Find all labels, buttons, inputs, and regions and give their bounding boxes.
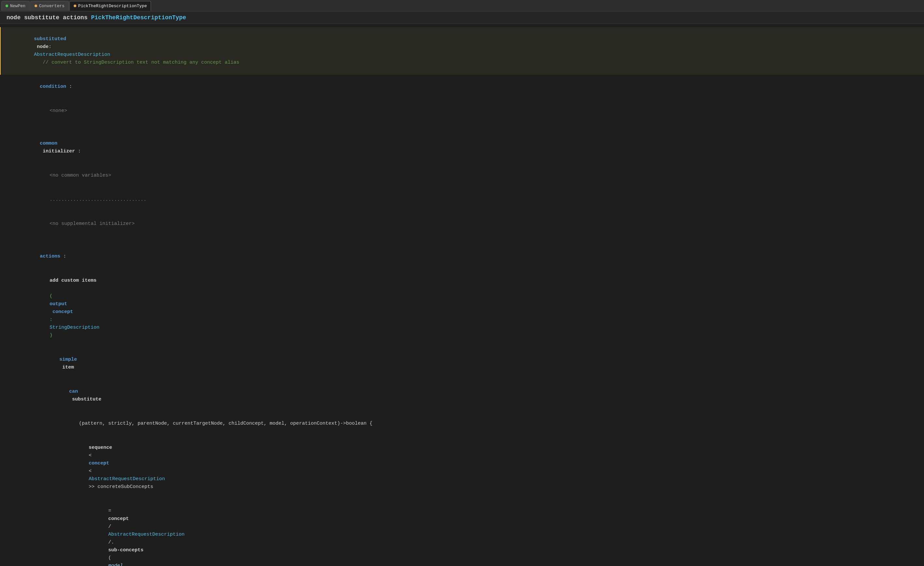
- kw-output-label: output: [50, 301, 67, 307]
- tab-converters-dot: [34, 5, 37, 7]
- dots-content: .................................: [0, 188, 924, 212]
- add-custom-items-line: add custom items ( output concept : Stri…: [0, 269, 924, 348]
- kw-actions: actions: [40, 254, 60, 259]
- kw-simple: simple: [59, 357, 77, 362]
- assign-line: = concept / AbstractRequestDescription /…: [0, 499, 924, 566]
- file-header-prefix: node substitute actions: [6, 14, 87, 21]
- none-content: <none>: [0, 99, 924, 123]
- file-header: node substitute actions PickTheRightDesc…: [0, 12, 924, 24]
- kw-substituted: substituted: [34, 36, 66, 42]
- tab-newpen-label: NewPen: [10, 4, 26, 9]
- string-desc-output: StringDescription: [50, 325, 99, 330]
- can-sub-sig-content: (pattern, strictly, parentNode, currentT…: [0, 412, 924, 435]
- kw-sub-concepts: sub-concepts: [108, 547, 144, 553]
- tab-picktheright[interactable]: PickTheRightDescriptionType: [69, 1, 151, 11]
- tab-newpen-dot: [6, 5, 8, 7]
- file-header-title: PickTheRightDescriptionType: [91, 14, 186, 21]
- kw-add-custom-items: add custom items: [50, 278, 96, 283]
- kw-common: common: [40, 141, 57, 146]
- kw-concept-path: concept: [108, 516, 129, 522]
- sequence-line: sequence < concept < AbstractRequestDesc…: [0, 436, 924, 499]
- editor-container: node substitute actions PickTheRightDesc…: [0, 12, 924, 566]
- comment-convert: // convert to StringDescription text not…: [34, 60, 239, 65]
- kw-can: can: [69, 389, 78, 394]
- no-common-vars-line: <no common variables>: [0, 164, 924, 188]
- model-param: model: [108, 563, 123, 566]
- code-block: substituted node: AbstractRequestDescrip…: [0, 24, 924, 566]
- kw-output: (: [50, 294, 52, 299]
- blank-1: [0, 123, 924, 131]
- simple-item-line: simple item: [0, 348, 924, 379]
- common-init-line: common initializer :: [0, 131, 924, 164]
- none-line: <none>: [0, 99, 924, 123]
- substituted-node-line: substituted node: AbstractRequestDescrip…: [0, 27, 924, 75]
- tab-bar: NewPen Converters PickTheRightDescriptio…: [0, 0, 924, 12]
- no-supplemental-line: <no supplemental initializer>: [0, 212, 924, 236]
- kw-substitute: substitute: [69, 397, 101, 402]
- condition-content: condition :: [0, 75, 924, 99]
- actions-line: actions :: [0, 244, 924, 269]
- dots: .................................: [50, 197, 146, 202]
- abstract-request-desc: AbstractRequestDescription: [34, 52, 110, 57]
- kw-close-paren: ): [50, 333, 52, 338]
- sequence-content: sequence < concept < AbstractRequestDesc…: [0, 436, 924, 499]
- tab-newpen[interactable]: NewPen: [1, 1, 30, 11]
- kw-concept-seq: concept: [88, 461, 109, 466]
- kw-item: item: [59, 364, 74, 370]
- tab-converters[interactable]: Converters: [30, 1, 69, 11]
- common-init-content: common initializer :: [0, 132, 924, 163]
- blank-2: [0, 236, 924, 244]
- simple-item-content: simple item: [0, 348, 924, 379]
- dots-line: .................................: [0, 188, 924, 212]
- no-supplemental: <no supplemental initializer>: [50, 221, 135, 227]
- can-substitute-line: can substitute: [0, 379, 924, 412]
- can-sub-sig-line: (pattern, strictly, parentNode, currentT…: [0, 412, 924, 436]
- kw-concept-label: concept: [50, 309, 73, 315]
- add-custom-items-content: add custom items ( output concept : Stri…: [0, 269, 924, 347]
- condition-line: condition :: [0, 75, 924, 99]
- tab-picktheright-label: PickTheRightDescriptionType: [78, 4, 147, 9]
- substituted-node-content: substituted node: AbstractRequestDescrip…: [1, 27, 924, 74]
- kw-sequence: sequence: [88, 445, 112, 450]
- assign-content: = concept / AbstractRequestDescription /…: [0, 500, 924, 566]
- kw-initializer: initializer: [40, 149, 75, 154]
- no-supplemental-content: <no supplemental initializer>: [0, 212, 924, 236]
- kw-colon: :: [50, 317, 56, 322]
- abstract-req-seq: AbstractRequestDescription: [88, 476, 165, 482]
- actions-content: actions :: [0, 245, 924, 268]
- kw-condition: condition: [40, 84, 66, 89]
- none-value: <none>: [50, 108, 67, 114]
- tab-picktheright-dot: [74, 5, 76, 7]
- no-common-vars: <no common variables>: [50, 173, 111, 178]
- abstract-req-path: AbstractRequestDescription: [108, 532, 184, 537]
- no-common-vars-content: <no common variables>: [0, 164, 924, 187]
- can-substitute-content: can substitute: [0, 380, 924, 411]
- kw-node: node: [34, 44, 49, 50]
- tab-converters-label: Converters: [39, 4, 64, 9]
